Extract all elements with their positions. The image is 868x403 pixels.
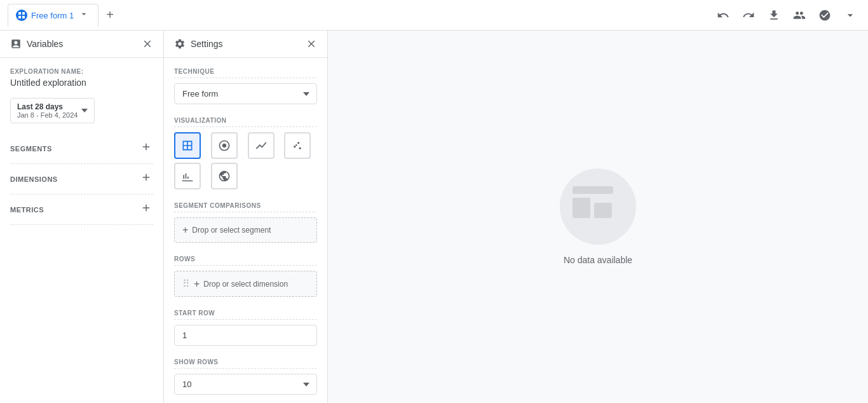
undo-button[interactable] (713, 5, 733, 25)
no-data-bar-1 (573, 198, 590, 218)
technique-dropdown-icon (303, 92, 309, 96)
svg-point-1 (297, 142, 299, 144)
show-rows-select-wrapper: 10 (174, 374, 317, 395)
tab-bar: Free form 1 + (8, 4, 713, 27)
topbar: Free form 1 + (0, 0, 868, 31)
show-rows-dropdown-icon (303, 383, 309, 386)
no-data-bar-top (573, 186, 613, 194)
drop-dimension-plus-icon: + (194, 278, 200, 290)
date-range-dropdown-icon (81, 109, 88, 113)
start-row-input[interactable] (174, 325, 317, 346)
drop-segment-plus-icon: + (182, 224, 188, 236)
segments-label: SEGMENTS (10, 145, 52, 153)
drop-segment-label: Drop or select segment (192, 226, 271, 235)
no-data-bars-row (573, 198, 623, 218)
date-range-dates: Jan 8 - Feb 4, 2024 (17, 111, 78, 119)
exploration-name-label: EXPLORATION NAME: (10, 68, 153, 75)
viz-bar-button[interactable] (174, 163, 201, 189)
show-rows-select[interactable]: 10 (174, 374, 317, 395)
tab-dropdown-btn[interactable] (78, 8, 90, 23)
drop-dimension-zone[interactable]: ⠿ + Drop or select dimension (174, 271, 317, 297)
no-data-container: No data available (560, 168, 636, 265)
status-dropdown-button[interactable] (840, 5, 860, 25)
technique-block: TECHNIQUE Free form (174, 68, 317, 104)
variables-content: EXPLORATION NAME: Untitled exploration L… (0, 58, 163, 235)
drag-handle-icon: ⠿ (182, 278, 190, 290)
variables-panel: Variables EXPLORATION NAME: Untitled exp… (0, 31, 164, 403)
tab-free-form-1[interactable]: Free form 1 (8, 4, 98, 27)
visualization-block: VISUALIZATION (174, 117, 317, 189)
share-button[interactable] (789, 5, 810, 25)
download-button[interactable] (764, 5, 784, 25)
rows-label: ROWS (174, 256, 317, 266)
variables-title-row: Variables (10, 38, 63, 50)
variables-close-button[interactable] (142, 38, 153, 50)
visualization-grid-row1 (174, 132, 317, 159)
status-button[interactable] (815, 5, 835, 25)
add-tab-button[interactable]: + (101, 5, 119, 25)
date-range-info: Last 28 days Jan 8 - Feb 4, 2024 (17, 102, 78, 119)
settings-title: Settings (191, 39, 223, 49)
no-data-bar-2 (594, 203, 612, 218)
visualization-label: VISUALIZATION (174, 117, 317, 127)
start-row-label: START ROW (174, 310, 317, 320)
show-rows-label: SHOW ROWS (174, 359, 317, 369)
segment-comparisons-label: SEGMENT COMPARISONS (174, 202, 317, 212)
variables-panel-header: Variables (0, 31, 163, 58)
show-rows-block: SHOW ROWS 10 (174, 359, 317, 395)
metrics-row[interactable]: METRICS (10, 195, 153, 225)
exploration-name-value: Untitled exploration (10, 78, 153, 88)
redo-button[interactable] (738, 5, 759, 25)
content-area: No data available (328, 31, 868, 403)
settings-close-button[interactable] (306, 38, 317, 50)
variables-title: Variables (27, 39, 63, 49)
add-segment-button[interactable] (139, 140, 153, 157)
start-row-block: START ROW (174, 310, 317, 346)
rows-block: ROWS ⠿ + Drop or select dimension (174, 256, 317, 297)
metrics-label: METRICS (10, 206, 44, 214)
settings-content: TECHNIQUE Free form VISUALIZATION (164, 58, 327, 403)
viz-donut-button[interactable] (211, 132, 238, 159)
no-data-inner (573, 186, 623, 227)
technique-select-wrapper: Free form (174, 83, 317, 104)
segment-comparisons-block: SEGMENT COMPARISONS + Drop or select seg… (174, 202, 317, 243)
main-layout: Variables EXPLORATION NAME: Untitled exp… (0, 31, 868, 403)
settings-icon (174, 38, 186, 50)
technique-select[interactable]: Free form (174, 83, 317, 104)
svg-point-2 (299, 147, 301, 149)
add-dimension-button[interactable] (139, 170, 153, 188)
segments-row[interactable]: SEGMENTS (10, 133, 153, 164)
tab-label: Free form 1 (31, 11, 74, 20)
viz-line-button[interactable] (248, 132, 275, 159)
date-range-label: Last 28 days (17, 102, 78, 111)
tab-icon (16, 10, 27, 21)
exploration-name-section: EXPLORATION NAME: Untitled exploration (10, 68, 153, 88)
dimensions-row[interactable]: DIMENSIONS (10, 164, 153, 195)
svg-point-0 (294, 146, 295, 147)
settings-panel: Settings TECHNIQUE Free form VISUALIZATI… (164, 31, 328, 403)
no-data-text: No data available (564, 255, 632, 265)
date-range-selector[interactable]: Last 28 days Jan 8 - Feb 4, 2024 (10, 98, 95, 123)
add-metric-button[interactable] (139, 201, 153, 218)
technique-label: TECHNIQUE (174, 68, 317, 78)
dimensions-label: DIMENSIONS (10, 175, 58, 183)
show-rows-value: 10 (182, 379, 191, 389)
settings-title-row: Settings (174, 38, 223, 50)
topbar-actions (713, 5, 860, 25)
settings-panel-header: Settings (164, 31, 327, 58)
viz-map-button[interactable] (211, 163, 238, 189)
viz-scatter-button[interactable] (284, 132, 311, 159)
technique-value: Free form (182, 89, 218, 99)
no-data-graphic (560, 168, 636, 245)
drop-segment-zone[interactable]: + Drop or select segment (174, 217, 317, 243)
variables-icon (10, 38, 22, 50)
visualization-grid-row2 (174, 163, 317, 189)
svg-point-3 (295, 144, 297, 146)
viz-table-button[interactable] (174, 132, 201, 159)
drop-dimension-label: Drop or select dimension (203, 280, 288, 289)
